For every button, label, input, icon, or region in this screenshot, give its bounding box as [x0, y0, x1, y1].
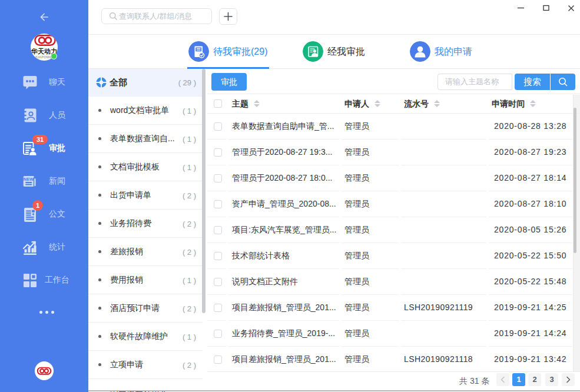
svg-text:NEW: NEW — [24, 177, 34, 182]
